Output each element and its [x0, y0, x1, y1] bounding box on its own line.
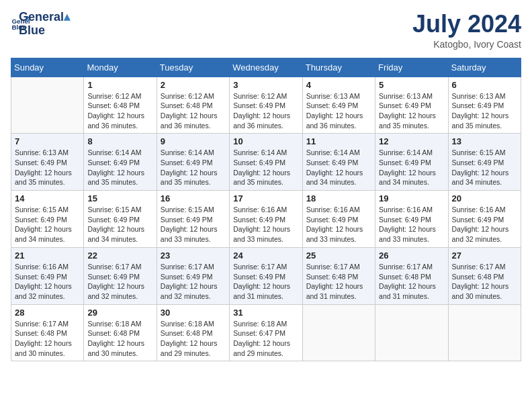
calendar-cell — [448, 304, 521, 361]
day-info: Sunrise: 6:17 AMSunset: 6:48 PMDaylight:… — [15, 319, 80, 359]
day-number: 14 — [15, 193, 80, 203]
day-number: 9 — [161, 136, 226, 146]
calendar-cell: 22Sunrise: 6:17 AMSunset: 6:49 PMDayligh… — [84, 247, 157, 304]
calendar-week-row: 1Sunrise: 6:12 AMSunset: 6:48 PMDaylight… — [11, 77, 521, 134]
calendar-cell: 13Sunrise: 6:15 AMSunset: 6:49 PMDayligh… — [448, 134, 521, 191]
calendar-cell: 9Sunrise: 6:14 AMSunset: 6:49 PMDaylight… — [157, 134, 229, 191]
day-number: 15 — [87, 193, 152, 203]
day-number: 29 — [87, 308, 152, 318]
day-info: Sunrise: 6:17 AMSunset: 6:48 PMDaylight:… — [379, 262, 444, 302]
day-number: 19 — [379, 193, 444, 203]
calendar-cell — [302, 304, 375, 361]
day-info: Sunrise: 6:13 AMSunset: 6:49 PMDaylight:… — [379, 91, 444, 131]
location: Katogbo, Ivory Coast — [412, 39, 521, 50]
day-info: Sunrise: 6:17 AMSunset: 6:49 PMDaylight:… — [161, 262, 226, 302]
day-number: 13 — [452, 136, 517, 146]
day-info: Sunrise: 6:15 AMSunset: 6:49 PMDaylight:… — [452, 148, 517, 187]
month-title: July 2024 — [412, 11, 521, 38]
calendar-cell: 26Sunrise: 6:17 AMSunset: 6:48 PMDayligh… — [375, 247, 448, 304]
day-number: 5 — [379, 80, 444, 90]
day-number: 2 — [161, 80, 226, 90]
day-info: Sunrise: 6:17 AMSunset: 6:48 PMDaylight:… — [452, 262, 517, 302]
day-number: 21 — [15, 250, 80, 261]
day-number: 1 — [87, 80, 152, 90]
day-info: Sunrise: 6:18 AMSunset: 6:48 PMDaylight:… — [161, 319, 226, 359]
weekday-header: Wednesday — [230, 58, 302, 77]
day-number: 4 — [306, 80, 371, 90]
day-number: 17 — [233, 193, 298, 203]
calendar-cell: 10Sunrise: 6:14 AMSunset: 6:49 PMDayligh… — [230, 134, 302, 191]
day-info: Sunrise: 6:14 AMSunset: 6:49 PMDaylight:… — [379, 148, 444, 187]
day-info: Sunrise: 6:13 AMSunset: 6:49 PMDaylight:… — [15, 148, 80, 187]
calendar-table: SundayMondayTuesdayWednesdayThursdayFrid… — [11, 58, 521, 362]
day-number: 23 — [161, 250, 226, 261]
day-info: Sunrise: 6:13 AMSunset: 6:49 PMDaylight:… — [452, 91, 517, 131]
day-info: Sunrise: 6:14 AMSunset: 6:49 PMDaylight:… — [233, 148, 298, 187]
day-number: 26 — [379, 250, 444, 261]
calendar-cell: 17Sunrise: 6:16 AMSunset: 6:49 PMDayligh… — [230, 191, 302, 248]
day-info: Sunrise: 6:16 AMSunset: 6:49 PMDaylight:… — [233, 205, 298, 244]
day-info: Sunrise: 6:16 AMSunset: 6:49 PMDaylight:… — [306, 205, 371, 244]
calendar-cell — [375, 304, 448, 361]
calendar-body: 1Sunrise: 6:12 AMSunset: 6:48 PMDaylight… — [11, 77, 521, 361]
calendar-cell: 12Sunrise: 6:14 AMSunset: 6:49 PMDayligh… — [375, 134, 448, 191]
calendar-cell: 29Sunrise: 6:18 AMSunset: 6:48 PMDayligh… — [84, 304, 157, 361]
calendar-cell — [11, 77, 84, 134]
day-info: Sunrise: 6:13 AMSunset: 6:49 PMDaylight:… — [306, 91, 371, 131]
calendar-cell: 7Sunrise: 6:13 AMSunset: 6:49 PMDaylight… — [11, 134, 84, 191]
weekday-header: Sunday — [11, 58, 84, 77]
calendar-cell: 2Sunrise: 6:12 AMSunset: 6:48 PMDaylight… — [157, 77, 229, 134]
calendar-cell: 27Sunrise: 6:17 AMSunset: 6:48 PMDayligh… — [448, 247, 521, 304]
day-number: 22 — [87, 250, 152, 261]
day-number: 6 — [452, 80, 517, 90]
calendar-cell: 5Sunrise: 6:13 AMSunset: 6:49 PMDaylight… — [375, 77, 448, 134]
logo-text: General▴Blue — [19, 11, 70, 38]
day-number: 7 — [15, 136, 80, 146]
logo: General Blue General▴Blue — [11, 11, 70, 38]
calendar-cell: 18Sunrise: 6:16 AMSunset: 6:49 PMDayligh… — [302, 191, 375, 248]
day-info: Sunrise: 6:12 AMSunset: 6:49 PMDaylight:… — [233, 91, 298, 131]
calendar-cell: 11Sunrise: 6:14 AMSunset: 6:49 PMDayligh… — [302, 134, 375, 191]
day-info: Sunrise: 6:14 AMSunset: 6:49 PMDaylight:… — [306, 148, 371, 187]
day-number: 20 — [452, 193, 517, 203]
day-info: Sunrise: 6:17 AMSunset: 6:49 PMDaylight:… — [87, 262, 152, 302]
calendar-cell: 23Sunrise: 6:17 AMSunset: 6:49 PMDayligh… — [157, 247, 229, 304]
day-info: Sunrise: 6:12 AMSunset: 6:48 PMDaylight:… — [161, 91, 226, 131]
day-info: Sunrise: 6:16 AMSunset: 6:49 PMDaylight:… — [379, 205, 444, 244]
calendar-cell: 16Sunrise: 6:15 AMSunset: 6:49 PMDayligh… — [157, 191, 229, 248]
calendar-cell: 14Sunrise: 6:15 AMSunset: 6:49 PMDayligh… — [11, 191, 84, 248]
day-info: Sunrise: 6:14 AMSunset: 6:49 PMDaylight:… — [87, 148, 152, 187]
calendar-cell: 19Sunrise: 6:16 AMSunset: 6:49 PMDayligh… — [375, 191, 448, 248]
day-number: 8 — [87, 136, 152, 146]
day-info: Sunrise: 6:17 AMSunset: 6:48 PMDaylight:… — [306, 262, 371, 302]
weekday-header: Monday — [84, 58, 157, 77]
day-number: 18 — [306, 193, 371, 203]
weekday-header: Thursday — [302, 58, 375, 77]
day-number: 3 — [233, 80, 298, 90]
calendar-week-row: 7Sunrise: 6:13 AMSunset: 6:49 PMDaylight… — [11, 134, 521, 191]
weekday-header: Friday — [375, 58, 448, 77]
page-header: General Blue General▴Blue July 2024 Kato… — [11, 11, 521, 50]
calendar-week-row: 21Sunrise: 6:16 AMSunset: 6:49 PMDayligh… — [11, 247, 521, 304]
day-info: Sunrise: 6:15 AMSunset: 6:49 PMDaylight:… — [87, 205, 152, 244]
day-number: 16 — [161, 193, 226, 203]
calendar-cell: 21Sunrise: 6:16 AMSunset: 6:49 PMDayligh… — [11, 247, 84, 304]
day-number: 31 — [233, 308, 298, 318]
day-info: Sunrise: 6:18 AMSunset: 6:48 PMDaylight:… — [87, 319, 152, 359]
calendar-week-row: 14Sunrise: 6:15 AMSunset: 6:49 PMDayligh… — [11, 191, 521, 248]
day-info: Sunrise: 6:14 AMSunset: 6:49 PMDaylight:… — [161, 148, 226, 187]
day-info: Sunrise: 6:12 AMSunset: 6:48 PMDaylight:… — [87, 91, 152, 131]
calendar-header: SundayMondayTuesdayWednesdayThursdayFrid… — [11, 58, 521, 77]
day-number: 10 — [233, 136, 298, 146]
day-info: Sunrise: 6:18 AMSunset: 6:47 PMDaylight:… — [233, 319, 298, 359]
calendar-cell: 28Sunrise: 6:17 AMSunset: 6:48 PMDayligh… — [11, 304, 84, 361]
calendar-cell: 6Sunrise: 6:13 AMSunset: 6:49 PMDaylight… — [448, 77, 521, 134]
calendar-cell: 20Sunrise: 6:16 AMSunset: 6:49 PMDayligh… — [448, 191, 521, 248]
calendar-cell: 1Sunrise: 6:12 AMSunset: 6:48 PMDaylight… — [84, 77, 157, 134]
day-number: 27 — [452, 250, 517, 261]
calendar-cell: 8Sunrise: 6:14 AMSunset: 6:49 PMDaylight… — [84, 134, 157, 191]
calendar-cell: 25Sunrise: 6:17 AMSunset: 6:48 PMDayligh… — [302, 247, 375, 304]
calendar-cell: 30Sunrise: 6:18 AMSunset: 6:48 PMDayligh… — [157, 304, 229, 361]
title-block: July 2024 Katogbo, Ivory Coast — [412, 11, 521, 50]
day-info: Sunrise: 6:15 AMSunset: 6:49 PMDaylight:… — [15, 205, 80, 244]
